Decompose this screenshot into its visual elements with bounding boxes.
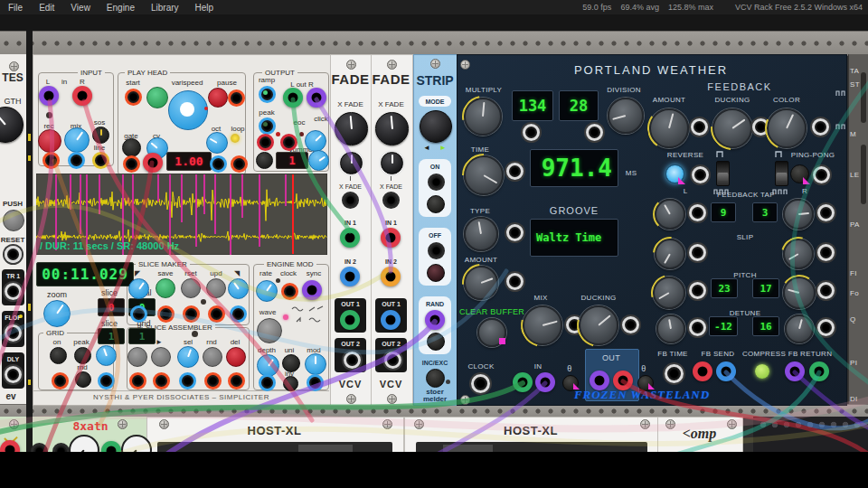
fb-send-l-port[interactable] (693, 361, 712, 381)
fb-return-l-port[interactable] (785, 361, 805, 381)
flop-port[interactable] (5, 324, 22, 342)
fb-send-r-port[interactable] (716, 361, 736, 381)
assembler-rnd-button[interactable] (203, 347, 222, 367)
start-port[interactable] (125, 89, 142, 106)
menu-file[interactable]: File (0, 3, 31, 13)
oct-knob[interactable] (206, 132, 228, 154)
fade1-cv-knob[interactable] (340, 152, 363, 174)
strip-off-port[interactable] (428, 242, 445, 259)
detune-r-port[interactable] (817, 319, 835, 336)
slice-end-port[interactable] (230, 305, 247, 323)
strip-left-arrow-icon[interactable]: ◄ (420, 145, 434, 152)
gate-button[interactable] (122, 138, 141, 157)
ducking-cv-port[interactable] (622, 316, 639, 333)
mix-knob[interactable] (64, 127, 90, 153)
sliver-slider-track[interactable] (861, 72, 866, 123)
fade2-in1-port[interactable] (381, 228, 401, 248)
fade2-out1-port[interactable] (381, 310, 401, 330)
strip-rand-button[interactable] (427, 333, 445, 351)
gate-port[interactable] (123, 155, 140, 173)
yummer-button[interactable] (256, 152, 273, 169)
type-knob[interactable] (464, 217, 498, 251)
engine-clock-port[interactable] (281, 283, 298, 300)
pw-out-r-port[interactable] (613, 371, 633, 390)
vertical-scrollbar[interactable] (26, 31, 33, 452)
fade2-xfade-port[interactable] (382, 192, 400, 209)
fb-color-port[interactable] (812, 118, 829, 136)
strip-on-button[interactable] (427, 195, 445, 213)
assembler-sel-port[interactable] (179, 372, 196, 389)
sos-knob[interactable] (92, 127, 109, 144)
peak-port[interactable] (259, 117, 276, 135)
strip-rand-port[interactable] (425, 310, 445, 330)
fade1-out2-port[interactable] (344, 352, 361, 369)
feedback-mode-switch-l[interactable] (716, 161, 730, 186)
assembler-sel-knob[interactable] (177, 346, 199, 368)
grid-rnd-button[interactable] (75, 371, 91, 388)
zoom-knob[interactable] (43, 300, 71, 327)
save-button[interactable] (156, 278, 175, 298)
host1-screen[interactable] (157, 442, 392, 452)
out-r-port[interactable] (307, 88, 326, 108)
strip-mode-knob[interactable] (420, 110, 452, 143)
input-l-port[interactable] (39, 86, 59, 106)
start-button[interactable] (146, 87, 168, 108)
fbtap-r-port[interactable] (817, 204, 835, 221)
yummer-knob[interactable] (308, 150, 329, 171)
fbtap-l-port[interactable] (689, 204, 706, 221)
uni-button[interactable] (282, 354, 300, 372)
assembler-rnd-port[interactable] (204, 372, 222, 389)
host1-screen-slider[interactable] (298, 445, 353, 452)
rec-port[interactable] (42, 152, 60, 169)
fb-time-port[interactable] (665, 364, 684, 383)
division-cv-port[interactable] (586, 124, 603, 141)
fade2-cv-knob[interactable] (381, 152, 403, 174)
grid-sel-knob[interactable] (96, 345, 117, 366)
detune-l-port[interactable] (689, 319, 706, 336)
fade2-xfade-knob[interactable] (375, 112, 409, 145)
multiply-cv-port[interactable] (523, 124, 540, 141)
ramp-port[interactable] (259, 86, 276, 103)
slice-start-knob[interactable] (128, 278, 149, 299)
feedback-mode-switch-r[interactable] (775, 161, 788, 186)
fade1-out1-port[interactable] (340, 310, 360, 330)
push-button[interactable] (3, 210, 24, 231)
waveform-display[interactable]: / DUR: 11 secs / SR: 48000 Hz (36, 174, 327, 255)
fb-amount-port[interactable] (691, 118, 708, 136)
division-knob[interactable] (608, 98, 644, 134)
fade2-out2-port[interactable] (384, 352, 401, 369)
fade1-xfade-port[interactable] (342, 192, 359, 209)
slip-r-port[interactable] (817, 244, 835, 261)
assembler-next-button[interactable] (151, 347, 171, 367)
pitch-l-port[interactable] (689, 282, 706, 299)
menu-view[interactable]: View (62, 3, 99, 13)
fbtap-r-knob[interactable] (783, 199, 814, 230)
cv-port[interactable] (143, 153, 163, 173)
wave-knob[interactable] (257, 318, 282, 343)
fade1-in2-port[interactable] (340, 267, 360, 286)
click-knob[interactable] (305, 130, 326, 152)
fade1-xfade-knob[interactable] (335, 112, 368, 145)
oct-port[interactable] (210, 155, 227, 173)
mod-knob[interactable] (305, 353, 326, 375)
strip-right-arrow-icon[interactable]: ► (436, 145, 450, 152)
upd-button[interactable] (206, 278, 226, 298)
pw-out-l-port[interactable] (590, 371, 609, 390)
strip-on-port[interactable] (428, 174, 445, 191)
assembler-prev-port[interactable] (129, 372, 146, 389)
detune-l-knob[interactable] (656, 314, 685, 343)
menu-help[interactable]: Help (187, 3, 222, 13)
assembler-del-port[interactable] (228, 372, 245, 389)
menu-library[interactable]: Library (143, 3, 187, 13)
sync-port[interactable] (302, 280, 322, 300)
assembler-prev-button[interactable] (127, 347, 147, 367)
assembler-next-port[interactable] (153, 372, 170, 389)
menu-edit[interactable]: Edit (31, 3, 62, 13)
loop-port[interactable] (231, 155, 248, 173)
fade1-in1-port[interactable] (340, 228, 360, 248)
out-l-port[interactable] (283, 88, 303, 108)
line-port[interactable] (92, 152, 109, 169)
save-port[interactable] (157, 305, 175, 323)
detune-r-knob[interactable] (785, 314, 814, 343)
grid-peak-button[interactable] (74, 347, 91, 364)
